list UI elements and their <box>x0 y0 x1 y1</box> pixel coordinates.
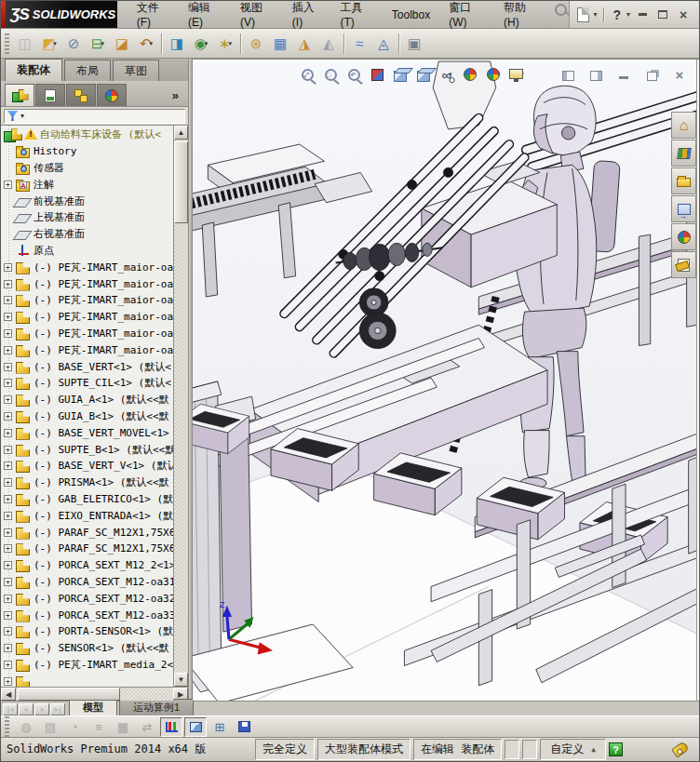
featuremanager-tree-tab[interactable] <box>5 84 34 106</box>
minimize-doc-button[interactable] <box>613 65 634 86</box>
tree-item[interactable]: +(-) PE芃-IMART_maior-oa <box>1 275 173 292</box>
tree-item[interactable]: 原点 <box>1 243 173 260</box>
menu-item[interactable]: 工具(T) <box>332 0 382 32</box>
menu-item[interactable]: 编辑(E) <box>180 0 230 32</box>
explode-line-sketch-button[interactable]: ◭ <box>316 32 341 56</box>
tree-item[interactable]: +(-) BASE_VERT_V<1> (默认 <box>1 458 173 475</box>
tree-item[interactable]: +(-) PE芃-IMART_maior-oa <box>1 341 173 358</box>
tab-nav-button[interactable]: |< <box>3 703 18 715</box>
dropdown-arrow-icon[interactable]: ▾ <box>497 71 501 78</box>
expand-toggle[interactable]: + <box>4 296 12 304</box>
expand-toggle[interactable]: + <box>4 611 12 620</box>
graphics-viewport[interactable]: ⤢□↶▾▾∞▾▾▾ × ⌂ <box>193 59 699 701</box>
panel-overflow-button[interactable]: » <box>167 88 184 106</box>
scroll-track[interactable] <box>174 140 188 673</box>
assembly-features-button[interactable]: ◉▾ <box>189 32 213 56</box>
toolbox-gears-button[interactable]: ⊛ <box>244 32 268 56</box>
tree-item[interactable]: +(-) PORCA_SEXT_M12-oa33 <box>1 607 173 623</box>
expand-toggle[interactable]: + <box>4 346 12 354</box>
tree-item[interactable]: +(-) PORCA_SEXT_M12-oa31 <box>1 574 173 591</box>
scroll-up-button[interactable]: ▲ <box>174 126 188 140</box>
3d-model-view[interactable]: Z <box>193 60 699 701</box>
expand-toggle[interactable]: + <box>4 627 12 635</box>
tree-item[interactable]: 传感器 <box>1 160 173 177</box>
expand-toggle[interactable]: + <box>4 446 12 454</box>
design-library-button[interactable] <box>671 140 696 167</box>
menu-item[interactable]: 帮助(H) <box>495 0 546 32</box>
filter-dropdown-icon[interactable]: ▾ <box>20 112 24 120</box>
expand-toggle[interactable]: + <box>4 661 12 669</box>
solidworks-resources-button[interactable]: ⌂ <box>671 112 696 139</box>
expand-toggle[interactable]: + <box>4 544 12 553</box>
tree-item[interactable]: 前视基准面 <box>1 193 173 209</box>
expand-toggle[interactable]: + <box>4 478 12 487</box>
propertymanager-tab[interactable] <box>35 84 65 106</box>
hide-show-items-button[interactable]: ∞▾ <box>437 64 457 85</box>
tree-filter-input[interactable]: ▾ <box>4 109 185 124</box>
scroll-down-button[interactable]: ▼ <box>174 673 188 687</box>
tree-item[interactable]: +(-) SUPTE_B<1> (默认<<默 <box>1 441 173 458</box>
previous-view-button[interactable]: ↶ <box>343 64 364 85</box>
menu-item[interactable]: 插入(I) <box>284 0 330 32</box>
dropdown-arrow-icon[interactable]: ▾ <box>229 40 233 47</box>
tree-item[interactable]: +(-) PE芃-IMART_maior-oa <box>1 326 173 342</box>
expand-toggle[interactable]: + <box>4 512 12 520</box>
mate-button[interactable]: ⊘ <box>61 32 86 56</box>
close-button[interactable]: × <box>675 7 692 22</box>
menu-item[interactable]: 文件(F) <box>128 0 178 32</box>
scroll-thumb[interactable] <box>174 141 188 223</box>
show-hidden-components-button[interactable]: ◨ <box>165 32 189 56</box>
restore-doc-button[interactable] <box>641 65 662 86</box>
expand-toggle[interactable]: + <box>4 395 12 404</box>
zoom-to-area-button[interactable]: □ <box>320 64 341 85</box>
expand-toggle[interactable]: + <box>4 578 12 586</box>
expand-toggle[interactable]: + <box>4 561 12 569</box>
dropdown-arrow-icon[interactable]: ▾ <box>53 40 57 47</box>
tree-item[interactable]: +A注解 <box>1 176 173 193</box>
tree-item[interactable]: +(-) PORTA-SENSOR<1> (默 <box>1 623 173 640</box>
status-help-button[interactable]: ? <box>609 742 623 756</box>
displaymanager-tab[interactable] <box>97 84 127 106</box>
reference-geometry-button[interactable]: ∗▾ <box>213 32 237 56</box>
expand-toggle[interactable]: + <box>4 363 12 371</box>
menu-item[interactable]: 视图(V) <box>232 0 282 32</box>
tree-item[interactable]: +(-) EIXO_ENTRADA<1> (默 <box>1 507 173 524</box>
new-document-dropdown-icon[interactable]: ▾ <box>593 10 597 19</box>
performance-chart-button[interactable] <box>160 717 182 737</box>
configurationmanager-tab[interactable] <box>66 84 96 106</box>
expand-toggle[interactable]: + <box>4 595 12 603</box>
tab-运动算例1[interactable]: 运动算例1 <box>119 699 194 715</box>
display-style-button[interactable]: ▾ <box>413 64 434 85</box>
tag-icon[interactable] <box>671 741 689 757</box>
assembly-visualization-button[interactable]: ▣ <box>402 32 426 56</box>
bill-of-materials-button[interactable]: ▦ <box>268 32 292 56</box>
expand-toggle[interactable]: + <box>4 429 12 437</box>
expand-toggle[interactable]: + <box>4 329 12 338</box>
expand-toggle[interactable]: + <box>4 313 12 321</box>
design-table-button[interactable]: ⊞ <box>209 717 231 737</box>
select-component-button[interactable]: ◫ <box>13 32 37 56</box>
minimize-button[interactable] <box>634 7 651 22</box>
pane-right-button[interactable] <box>586 65 606 86</box>
tree-item[interactable]: +(-) GUIA_B<1> (默认<<默 <box>1 408 173 425</box>
hscroll-track[interactable] <box>16 688 173 701</box>
tree-item[interactable]: 右视基准面 <box>1 226 173 243</box>
expand-toggle[interactable]: + <box>4 263 12 272</box>
tree-item[interactable]: 上视基准面 <box>1 209 173 226</box>
tab-模型[interactable]: 模型 <box>69 699 117 715</box>
tab-装配体[interactable]: 装配体 <box>5 59 62 81</box>
tree-item[interactable]: +(-) PARAF_SC_M12X1,75X6 <box>1 524 173 541</box>
tree-item[interactable]: +(-) SENSOR<1> (默认<<默 <box>1 640 173 657</box>
tree-vertical-scrollbar[interactable]: ▲ ▼ <box>173 126 188 687</box>
tab-nav-button[interactable]: >| <box>50 703 65 715</box>
expand-toggle[interactable]: + <box>4 180 12 189</box>
tree-item[interactable]: +(-) PARAF_SC_M12X1,75X6 <box>1 541 173 557</box>
tree-item[interactable]: +(-) PE芃-IMART_media_2< <box>1 657 173 674</box>
edit-appearance-button[interactable] <box>460 64 480 85</box>
insert-components-button[interactable]: ◩▾ <box>37 32 61 56</box>
tree-item[interactable]: +(-) PORCA_SEXT_M12-oa32 <box>1 590 173 607</box>
dropdown-arrow-icon[interactable]: ▾ <box>101 40 105 47</box>
motion-toolbar-grip[interactable] <box>5 716 9 737</box>
help-dropdown-icon[interactable]: ▾ <box>626 10 630 19</box>
tree-item[interactable]: +(-) GAB_ELETRICO<1> (默 <box>1 491 173 508</box>
